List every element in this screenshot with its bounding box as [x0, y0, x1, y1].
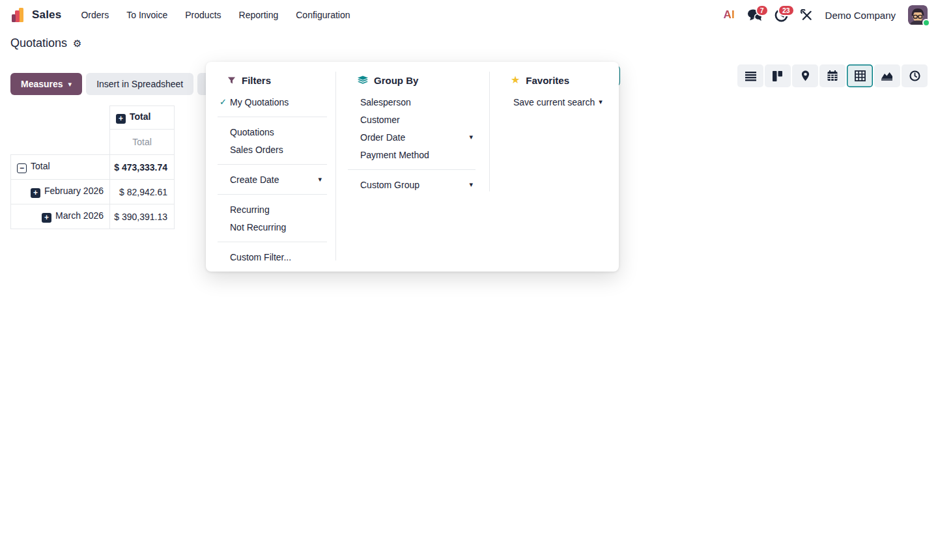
top-navbar: Sales Orders To Invoice Products Reporti… [0, 0, 938, 30]
control-panel: Quotations ⚙ My Quotations × ▴ [0, 30, 938, 63]
pivot-row-header-total[interactable]: −Total [11, 155, 110, 180]
layers-icon [358, 76, 368, 85]
app-switcher-button[interactable]: Sales [8, 8, 65, 22]
filters-section: Filters ✓ My Quotations Quotations Sales… [218, 62, 327, 266]
user-menu-button[interactable] [908, 5, 928, 25]
measures-button[interactable]: Measures ▾ [10, 73, 82, 95]
table-row: +February 2026 $ 82,942.61 [11, 180, 175, 204]
filter-my-quotations[interactable]: ✓ My Quotations [218, 93, 327, 111]
map-pin-icon [801, 70, 810, 81]
filter-create-date[interactable]: Create Date ▾ [218, 171, 327, 188]
main-menu: Orders To Invoice Products Reporting Con… [81, 10, 350, 20]
panel-divider [335, 72, 336, 260]
ai-icon: AI [724, 8, 735, 21]
graph-view-button[interactable] [874, 64, 900, 87]
panel-divider [489, 72, 490, 191]
table-row: +March 2026 $ 390,391.13 [11, 204, 175, 229]
breadcrumb: Quotations ⚙ [10, 36, 82, 50]
pivot-view-icon [855, 70, 866, 81]
pivot-row-header-march[interactable]: +March 2026 [11, 204, 110, 229]
pivot-measure-header[interactable]: Total [110, 130, 175, 155]
favorites-header: ★ Favorites [501, 72, 613, 88]
pivot-table: +Total Total −Total $ 473,333.74 +Februa… [10, 105, 175, 229]
activity-view-button[interactable] [902, 64, 928, 87]
groupby-section: Group By Salesperson Customer Order Date… [348, 62, 476, 193]
view-switcher [737, 64, 928, 87]
divider [348, 169, 476, 170]
favorites-section: ★ Favorites Save current search ▾ [501, 62, 613, 111]
filter-recurring[interactable]: Recurring [218, 201, 327, 218]
pivot-cell-total[interactable]: $ 473,333.74 [110, 155, 175, 180]
systray: AI 7 23 [724, 5, 930, 25]
pivot-cell-march[interactable]: $ 390,391.13 [110, 204, 175, 229]
pivot-cell-february[interactable]: $ 82,942.61 [110, 180, 175, 204]
kanban-view-icon [773, 71, 783, 81]
check-icon: ✓ [220, 97, 227, 107]
company-switcher[interactable]: Demo Company [825, 10, 896, 21]
gear-icon[interactable]: ⚙ [73, 38, 81, 48]
pivot-toolbar: Measures ▾ Insert in Spreadsheet ⇄ [10, 73, 225, 95]
app-name: Sales [32, 8, 61, 21]
menu-configuration[interactable]: Configuration [296, 10, 350, 20]
pivot-corner-cell [11, 106, 110, 130]
minus-square-icon[interactable]: − [17, 163, 27, 173]
groupby-custom-group[interactable]: Custom Group ▾ [348, 176, 476, 193]
filter-custom[interactable]: Custom Filter... [218, 248, 327, 266]
insert-in-spreadsheet-button[interactable]: Insert in Spreadsheet [86, 73, 193, 95]
page-title: Quotations [10, 36, 67, 50]
graph-view-icon [881, 71, 893, 81]
sales-app-icon [12, 8, 26, 22]
list-view-icon [745, 71, 756, 81]
pivot-column-header[interactable]: +Total [110, 106, 175, 130]
support-tools-button[interactable] [801, 9, 813, 21]
messages-button[interactable]: 7 [747, 8, 762, 22]
chevron-down-icon: ▾ [68, 80, 72, 89]
plus-square-icon[interactable]: + [31, 188, 40, 198]
chevron-down-icon: ▾ [599, 98, 603, 106]
groupby-salesperson[interactable]: Salesperson [348, 93, 476, 111]
menu-to-invoice[interactable]: To Invoice [126, 10, 167, 20]
filter-quotations[interactable]: Quotations [218, 123, 327, 141]
pivot-row-header-february[interactable]: +February 2026 [11, 180, 110, 204]
save-current-search[interactable]: Save current search ▾ [501, 93, 613, 111]
menu-orders[interactable]: Orders [81, 10, 109, 20]
pivot-view-button[interactable] [847, 64, 873, 87]
search-dropdown-panel: Filters ✓ My Quotations Quotations Sales… [206, 62, 619, 272]
pivot-corner-cell [11, 130, 110, 155]
online-status-dot [922, 19, 930, 27]
divider [218, 242, 327, 242]
pivot-view: +Total Total −Total $ 473,333.74 +Februa… [10, 105, 175, 229]
activities-badge: 23 [778, 5, 795, 17]
chevron-down-icon: ▾ [318, 175, 322, 184]
divider [218, 117, 327, 117]
kanban-view-button[interactable] [765, 64, 791, 87]
odoo-app-window: Sales Orders To Invoice Products Reporti… [0, 0, 938, 560]
messages-badge: 7 [756, 5, 769, 17]
menu-products[interactable]: Products [185, 10, 221, 20]
tools-icon [801, 9, 813, 21]
filters-header: Filters [218, 72, 327, 88]
table-row: −Total $ 473,333.74 [11, 155, 175, 180]
calendar-view-icon [827, 70, 838, 81]
map-view-button[interactable] [792, 64, 818, 87]
filter-not-recurring[interactable]: Not Recurring [218, 218, 327, 236]
groupby-order-date[interactable]: Order Date ▾ [348, 128, 476, 146]
activities-button[interactable]: 23 [775, 8, 788, 22]
list-view-button[interactable] [737, 64, 763, 87]
divider [218, 164, 327, 165]
calendar-view-button[interactable] [819, 64, 846, 87]
filter-sales-orders[interactable]: Sales Orders [218, 141, 327, 158]
plus-square-icon[interactable]: + [116, 114, 126, 124]
chevron-down-icon: ▾ [469, 133, 473, 141]
funnel-icon [227, 76, 236, 85]
menu-reporting[interactable]: Reporting [239, 10, 279, 20]
groupby-header: Group By [348, 72, 476, 88]
star-icon: ★ [511, 75, 520, 85]
chevron-down-icon: ▾ [469, 180, 473, 189]
plus-square-icon[interactable]: + [42, 213, 51, 223]
activity-view-icon [909, 70, 920, 81]
company-name: Demo Company [825, 10, 896, 21]
groupby-customer[interactable]: Customer [348, 111, 476, 128]
groupby-payment-method[interactable]: Payment Method [348, 146, 476, 163]
ai-assistant-button[interactable]: AI [724, 8, 735, 21]
